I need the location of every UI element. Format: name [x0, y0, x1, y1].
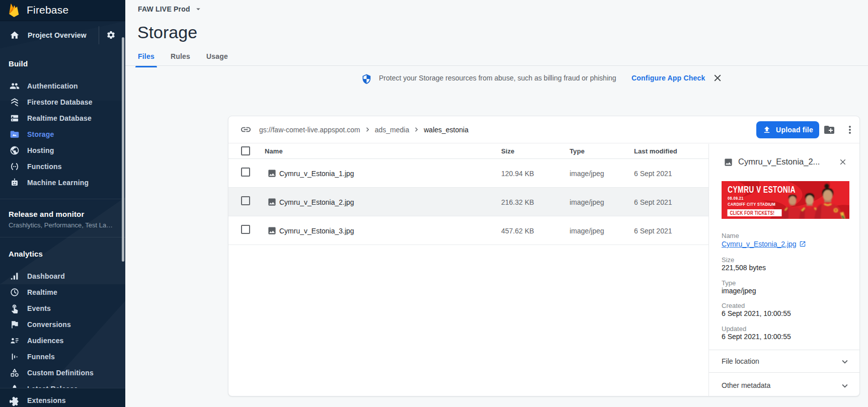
file-preview-image[interactable]: CYMRU V ESTONIA 08.09.21 CARDIFF CITY ST… — [722, 181, 849, 219]
person-list-icon — [10, 336, 20, 346]
details-title: Cymru_v_Estonia_2... — [738, 157, 834, 167]
table-row-file-2[interactable]: Cymru_v_Estonia_2.jpg 216.32 KB image/jp… — [228, 188, 708, 216]
column-header-type[interactable]: Type — [570, 147, 585, 155]
sidebar-item-project-overview[interactable]: Project Overview — [0, 22, 125, 48]
breadcrumb: gs://faw-comet-live.appspot.com ads_medi… — [259, 125, 468, 134]
sidebar-item-custom-definitions[interactable]: Custom Definitions — [0, 365, 125, 381]
row-checkbox[interactable] — [241, 225, 250, 234]
file-name-link[interactable]: Cymru_v_Estonia_2.jpg — [722, 240, 806, 248]
field-value-created: 6 Sept 2021, 10:00:55 — [722, 309, 791, 317]
project-overview-label: Project Overview — [28, 31, 99, 39]
configure-app-check-link[interactable]: Configure App Check — [632, 74, 705, 82]
field-label-updated: Updated — [722, 325, 746, 333]
puzzle-icon — [10, 396, 20, 406]
image-file-icon — [267, 197, 277, 207]
main-content: FAW LIVE Prod Storage Files Rules Usage … — [125, 0, 868, 407]
preview-title-text: CYMRU V ESTONIA — [728, 185, 796, 195]
breadcrumb-folder[interactable]: ads_media — [375, 126, 410, 134]
row-checkbox[interactable] — [241, 168, 250, 177]
sidebar: Firebase Project Overview Build Authenti… — [0, 0, 125, 407]
file-name[interactable]: Cymru_v_Estonia_1.jpg — [279, 170, 354, 178]
shield-icon — [361, 73, 372, 85]
file-location-expander[interactable]: File location — [709, 350, 860, 373]
preview-venue-text: CARDIFF CITY STADIUM — [728, 202, 775, 207]
page-title: Storage — [137, 22, 197, 43]
tab-rules[interactable]: Rules — [170, 52, 191, 65]
file-size: 216.32 KB — [501, 198, 534, 206]
banner-close-icon[interactable] — [712, 72, 723, 84]
sidebar-item-funnels[interactable]: Funnels — [0, 349, 125, 365]
file-modified: 6 Sept 2021 — [634, 198, 672, 206]
sidebar-item-firestore[interactable]: Firestore Database — [0, 94, 125, 110]
sidebar-item-authentication[interactable]: Authentication — [0, 78, 125, 94]
sidebar-item-extensions[interactable]: Extensions — [0, 388, 125, 407]
gear-icon — [106, 30, 116, 40]
tab-usage[interactable]: Usage — [206, 52, 228, 65]
project-name: FAW LIVE Prod — [138, 5, 190, 13]
field-label-type: Type — [722, 279, 736, 287]
file-modified: 6 Sept 2021 — [634, 170, 672, 178]
sidebar-item-storage[interactable]: Storage — [0, 126, 125, 142]
sidebar-item-events[interactable]: Events — [0, 300, 125, 316]
functions-icon — [10, 161, 20, 172]
column-header-name[interactable]: Name — [265, 147, 283, 155]
firebase-flame-icon — [9, 4, 19, 17]
other-metadata-expander[interactable]: Other metadata — [709, 373, 860, 395]
project-selector[interactable]: FAW LIVE Prod — [138, 5, 203, 14]
clock-icon — [10, 287, 20, 297]
details-close-icon[interactable] — [838, 157, 847, 167]
globe-icon — [10, 145, 20, 155]
file-size: 120.94 KB — [501, 170, 534, 178]
sidebar-item-conversions[interactable]: Conversions — [0, 316, 125, 333]
section-label-analytics: Analytics — [9, 250, 43, 258]
sidebar-item-machine-learning[interactable]: Machine Learning — [0, 175, 125, 191]
storage-browser-card: gs://faw-comet-live.appspot.com ads_medi… — [228, 116, 860, 396]
row-checkbox[interactable] — [241, 196, 250, 205]
file-modified: 6 Sept 2021 — [634, 227, 672, 235]
files-table: Name Size Type Last modified Cymru_v_Est… — [228, 144, 708, 396]
column-header-size[interactable]: Size — [501, 147, 514, 155]
app-check-banner: Protect your Storage resources from abus… — [125, 71, 868, 86]
table-header-row: Name Size Type Last modified — [228, 144, 708, 159]
upload-file-button[interactable]: Upload file — [756, 121, 819, 138]
table-row-file-1[interactable]: Cymru_v_Estonia_1.jpg 120.94 KB image/jp… — [228, 159, 708, 188]
sidebar-scrollbar[interactable] — [122, 37, 124, 262]
section-subtitle-release: Crashlytics, Performance, Test La… — [9, 221, 113, 229]
extensions-label: Extensions — [27, 396, 66, 404]
sidebar-item-dashboard[interactable]: Dashboard — [0, 268, 125, 284]
home-icon — [10, 30, 20, 40]
column-header-modified[interactable]: Last modified — [634, 147, 677, 155]
table-row-file-3[interactable]: Cymru_v_Estonia_3.jpg 457.62 KB image/jp… — [228, 216, 708, 245]
field-value-updated: 6 Sept 2021, 10:00:55 — [722, 333, 791, 341]
robot-icon — [10, 178, 20, 188]
category-icon — [10, 368, 20, 378]
sidebar-item-audiences[interactable]: Audiences — [0, 333, 125, 349]
tab-files[interactable]: Files — [137, 52, 155, 65]
file-type: image/jpeg — [570, 198, 604, 206]
section-label-build: Build — [9, 59, 28, 68]
sidebar-item-functions[interactable]: Functions — [0, 158, 125, 175]
file-type: image/jpeg — [570, 170, 604, 178]
banner-text: Protect your Storage resources from abus… — [379, 74, 616, 82]
chevron-down-icon — [839, 356, 850, 367]
firebase-logo-row[interactable]: Firebase — [0, 0, 125, 21]
create-folder-icon[interactable] — [823, 124, 835, 136]
select-all-checkbox[interactable] — [241, 146, 250, 155]
file-type: image/jpeg — [570, 227, 604, 235]
file-name[interactable]: Cymru_v_Estonia_2.jpg — [279, 198, 354, 206]
field-label-created: Created — [722, 302, 745, 309]
sidebar-item-realtime-database[interactable]: Realtime Database — [0, 110, 125, 126]
file-size: 457.62 KB — [501, 227, 534, 235]
sidebar-item-hosting[interactable]: Hosting — [0, 142, 125, 158]
more-options-kebab-icon[interactable] — [844, 124, 856, 136]
sidebar-item-realtime[interactable]: Realtime — [0, 284, 125, 300]
image-file-icon — [267, 226, 277, 235]
field-label-name: Name — [722, 232, 739, 239]
touch-icon — [10, 303, 20, 313]
flag-icon — [10, 319, 20, 330]
section-label-release[interactable]: Release and monitor — [9, 210, 84, 218]
breadcrumb-bucket[interactable]: gs://faw-comet-live.appspot.com — [259, 126, 360, 134]
sidebar-divider — [0, 199, 125, 199]
open-in-new-icon — [799, 240, 806, 248]
file-name[interactable]: Cymru_v_Estonia_3.jpg — [279, 227, 354, 235]
